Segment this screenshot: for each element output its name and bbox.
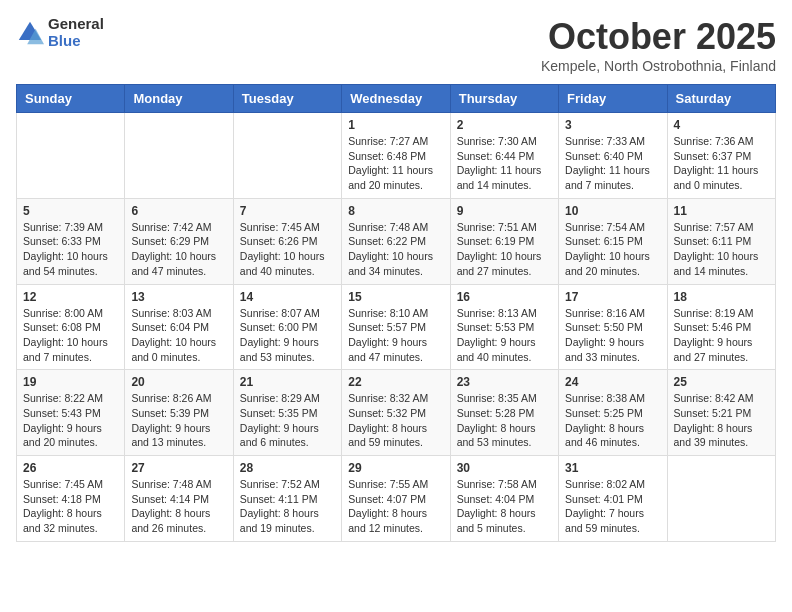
week-row-4: 19Sunrise: 8:22 AM Sunset: 5:43 PM Dayli…	[17, 370, 776, 456]
day-number: 28	[240, 461, 335, 475]
calendar-cell: 10Sunrise: 7:54 AM Sunset: 6:15 PM Dayli…	[559, 198, 667, 284]
day-header-saturday: Saturday	[667, 85, 775, 113]
day-number: 6	[131, 204, 226, 218]
day-number: 29	[348, 461, 443, 475]
day-number: 21	[240, 375, 335, 389]
day-info: Sunrise: 8:26 AM Sunset: 5:39 PM Dayligh…	[131, 391, 226, 450]
calendar-header-row: SundayMondayTuesdayWednesdayThursdayFrid…	[17, 85, 776, 113]
day-number: 7	[240, 204, 335, 218]
day-info: Sunrise: 8:03 AM Sunset: 6:04 PM Dayligh…	[131, 306, 226, 365]
logo-icon	[16, 19, 44, 47]
day-header-tuesday: Tuesday	[233, 85, 341, 113]
calendar-cell: 27Sunrise: 7:48 AM Sunset: 4:14 PM Dayli…	[125, 456, 233, 542]
day-info: Sunrise: 7:55 AM Sunset: 4:07 PM Dayligh…	[348, 477, 443, 536]
calendar-cell: 22Sunrise: 8:32 AM Sunset: 5:32 PM Dayli…	[342, 370, 450, 456]
calendar-cell: 17Sunrise: 8:16 AM Sunset: 5:50 PM Dayli…	[559, 284, 667, 370]
day-number: 14	[240, 290, 335, 304]
day-number: 9	[457, 204, 552, 218]
day-number: 13	[131, 290, 226, 304]
day-number: 27	[131, 461, 226, 475]
day-number: 16	[457, 290, 552, 304]
day-info: Sunrise: 7:39 AM Sunset: 6:33 PM Dayligh…	[23, 220, 118, 279]
day-info: Sunrise: 7:51 AM Sunset: 6:19 PM Dayligh…	[457, 220, 552, 279]
week-row-2: 5Sunrise: 7:39 AM Sunset: 6:33 PM Daylig…	[17, 198, 776, 284]
calendar-cell: 18Sunrise: 8:19 AM Sunset: 5:46 PM Dayli…	[667, 284, 775, 370]
calendar-cell: 19Sunrise: 8:22 AM Sunset: 5:43 PM Dayli…	[17, 370, 125, 456]
calendar: SundayMondayTuesdayWednesdayThursdayFrid…	[16, 84, 776, 542]
day-info: Sunrise: 8:22 AM Sunset: 5:43 PM Dayligh…	[23, 391, 118, 450]
day-info: Sunrise: 7:52 AM Sunset: 4:11 PM Dayligh…	[240, 477, 335, 536]
week-row-3: 12Sunrise: 8:00 AM Sunset: 6:08 PM Dayli…	[17, 284, 776, 370]
day-info: Sunrise: 7:57 AM Sunset: 6:11 PM Dayligh…	[674, 220, 769, 279]
calendar-cell	[233, 113, 341, 199]
calendar-cell: 11Sunrise: 7:57 AM Sunset: 6:11 PM Dayli…	[667, 198, 775, 284]
day-info: Sunrise: 7:48 AM Sunset: 4:14 PM Dayligh…	[131, 477, 226, 536]
day-number: 2	[457, 118, 552, 132]
logo-blue: Blue	[48, 33, 104, 50]
calendar-cell: 2Sunrise: 7:30 AM Sunset: 6:44 PM Daylig…	[450, 113, 558, 199]
calendar-cell: 26Sunrise: 7:45 AM Sunset: 4:18 PM Dayli…	[17, 456, 125, 542]
day-number: 12	[23, 290, 118, 304]
day-info: Sunrise: 7:54 AM Sunset: 6:15 PM Dayligh…	[565, 220, 660, 279]
day-info: Sunrise: 8:42 AM Sunset: 5:21 PM Dayligh…	[674, 391, 769, 450]
day-number: 3	[565, 118, 660, 132]
day-number: 18	[674, 290, 769, 304]
month-title: October 2025	[541, 16, 776, 58]
day-info: Sunrise: 7:45 AM Sunset: 4:18 PM Dayligh…	[23, 477, 118, 536]
calendar-cell	[125, 113, 233, 199]
day-number: 30	[457, 461, 552, 475]
calendar-cell: 9Sunrise: 7:51 AM Sunset: 6:19 PM Daylig…	[450, 198, 558, 284]
calendar-cell: 12Sunrise: 8:00 AM Sunset: 6:08 PM Dayli…	[17, 284, 125, 370]
day-info: Sunrise: 7:36 AM Sunset: 6:37 PM Dayligh…	[674, 134, 769, 193]
day-info: Sunrise: 8:10 AM Sunset: 5:57 PM Dayligh…	[348, 306, 443, 365]
header: General Blue October 2025 Kempele, North…	[16, 16, 776, 74]
calendar-cell: 13Sunrise: 8:03 AM Sunset: 6:04 PM Dayli…	[125, 284, 233, 370]
day-number: 4	[674, 118, 769, 132]
day-info: Sunrise: 8:32 AM Sunset: 5:32 PM Dayligh…	[348, 391, 443, 450]
day-number: 24	[565, 375, 660, 389]
day-info: Sunrise: 8:38 AM Sunset: 5:25 PM Dayligh…	[565, 391, 660, 450]
day-header-sunday: Sunday	[17, 85, 125, 113]
calendar-cell: 5Sunrise: 7:39 AM Sunset: 6:33 PM Daylig…	[17, 198, 125, 284]
calendar-cell: 15Sunrise: 8:10 AM Sunset: 5:57 PM Dayli…	[342, 284, 450, 370]
day-number: 10	[565, 204, 660, 218]
day-info: Sunrise: 7:58 AM Sunset: 4:04 PM Dayligh…	[457, 477, 552, 536]
day-info: Sunrise: 8:35 AM Sunset: 5:28 PM Dayligh…	[457, 391, 552, 450]
day-number: 31	[565, 461, 660, 475]
day-header-thursday: Thursday	[450, 85, 558, 113]
calendar-cell	[17, 113, 125, 199]
day-info: Sunrise: 8:02 AM Sunset: 4:01 PM Dayligh…	[565, 477, 660, 536]
week-row-5: 26Sunrise: 7:45 AM Sunset: 4:18 PM Dayli…	[17, 456, 776, 542]
day-header-friday: Friday	[559, 85, 667, 113]
day-number: 23	[457, 375, 552, 389]
calendar-cell: 3Sunrise: 7:33 AM Sunset: 6:40 PM Daylig…	[559, 113, 667, 199]
calendar-cell: 25Sunrise: 8:42 AM Sunset: 5:21 PM Dayli…	[667, 370, 775, 456]
day-number: 15	[348, 290, 443, 304]
calendar-cell: 6Sunrise: 7:42 AM Sunset: 6:29 PM Daylig…	[125, 198, 233, 284]
day-number: 19	[23, 375, 118, 389]
day-info: Sunrise: 7:27 AM Sunset: 6:48 PM Dayligh…	[348, 134, 443, 193]
calendar-cell: 8Sunrise: 7:48 AM Sunset: 6:22 PM Daylig…	[342, 198, 450, 284]
calendar-cell: 14Sunrise: 8:07 AM Sunset: 6:00 PM Dayli…	[233, 284, 341, 370]
logo-text: General Blue	[48, 16, 104, 49]
day-info: Sunrise: 7:33 AM Sunset: 6:40 PM Dayligh…	[565, 134, 660, 193]
calendar-cell: 31Sunrise: 8:02 AM Sunset: 4:01 PM Dayli…	[559, 456, 667, 542]
day-number: 17	[565, 290, 660, 304]
logo-general: General	[48, 16, 104, 33]
day-number: 5	[23, 204, 118, 218]
calendar-cell: 24Sunrise: 8:38 AM Sunset: 5:25 PM Dayli…	[559, 370, 667, 456]
day-info: Sunrise: 8:29 AM Sunset: 5:35 PM Dayligh…	[240, 391, 335, 450]
logo: General Blue	[16, 16, 104, 49]
title-block: October 2025 Kempele, North Ostrobothnia…	[541, 16, 776, 74]
day-number: 26	[23, 461, 118, 475]
calendar-cell: 4Sunrise: 7:36 AM Sunset: 6:37 PM Daylig…	[667, 113, 775, 199]
calendar-cell: 1Sunrise: 7:27 AM Sunset: 6:48 PM Daylig…	[342, 113, 450, 199]
calendar-cell: 30Sunrise: 7:58 AM Sunset: 4:04 PM Dayli…	[450, 456, 558, 542]
calendar-cell: 29Sunrise: 7:55 AM Sunset: 4:07 PM Dayli…	[342, 456, 450, 542]
calendar-cell: 28Sunrise: 7:52 AM Sunset: 4:11 PM Dayli…	[233, 456, 341, 542]
day-info: Sunrise: 8:16 AM Sunset: 5:50 PM Dayligh…	[565, 306, 660, 365]
day-number: 25	[674, 375, 769, 389]
week-row-1: 1Sunrise: 7:27 AM Sunset: 6:48 PM Daylig…	[17, 113, 776, 199]
day-info: Sunrise: 8:07 AM Sunset: 6:00 PM Dayligh…	[240, 306, 335, 365]
calendar-body: 1Sunrise: 7:27 AM Sunset: 6:48 PM Daylig…	[17, 113, 776, 542]
